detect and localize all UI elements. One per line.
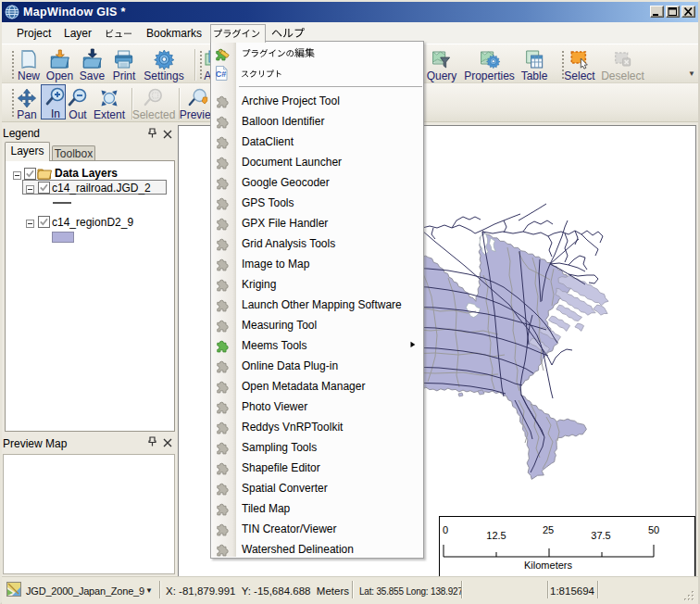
svg-text:0: 0: [443, 524, 448, 535]
svg-text:50: 50: [648, 524, 659, 535]
svg-text:25: 25: [543, 524, 554, 535]
svg-text:12.5: 12.5: [486, 530, 506, 541]
svg-text:37.5: 37.5: [591, 530, 610, 541]
svg-text:Kilometers: Kilometers: [524, 560, 572, 571]
svg-text:C#: C#: [216, 69, 227, 79]
